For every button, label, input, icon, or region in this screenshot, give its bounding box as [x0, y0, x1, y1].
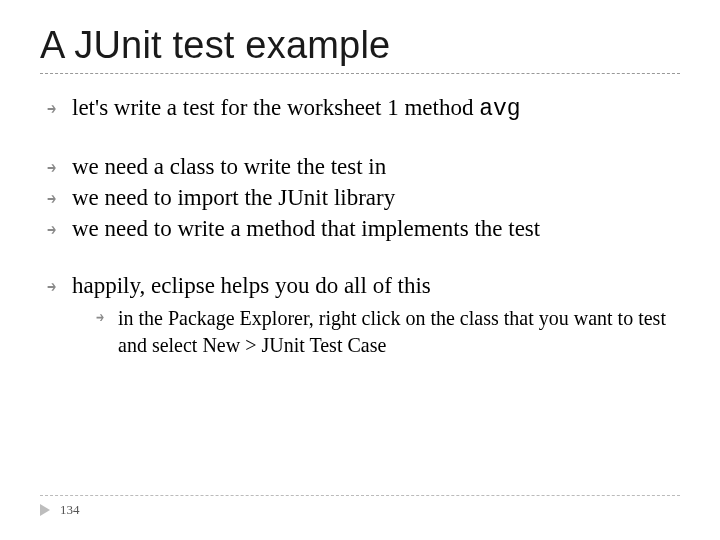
bullet-item: we need to write a method that implement…: [46, 213, 680, 244]
bullet-spacer: [46, 244, 680, 270]
bullet-item: we need a class to write the test in: [46, 151, 680, 182]
footer-divider: [40, 495, 680, 496]
bullet-text: we need a class to write the test in: [72, 154, 386, 179]
footer-row: 134: [40, 502, 680, 518]
sub-bullet-list: in the Package Explorer, right click on …: [72, 305, 680, 359]
bullet-text: in the Package Explorer, right click on …: [118, 307, 666, 356]
bullet-item: let's write a test for the worksheet 1 m…: [46, 92, 680, 125]
slide-title: A JUnit test example: [40, 24, 680, 67]
bullet-text: we need to import the JUnit library: [72, 185, 395, 210]
bullet-spacer: [46, 125, 680, 151]
title-divider: [40, 73, 680, 74]
bullet-text: let's write a test for the worksheet 1 m…: [72, 95, 479, 120]
page-number: 134: [60, 502, 80, 518]
bullet-item: we need to import the JUnit library: [46, 182, 680, 213]
bullet-text: happily, eclipse helps you do all of thi…: [72, 273, 431, 298]
play-icon: [40, 504, 50, 516]
bullet-text: we need to write a method that implement…: [72, 216, 540, 241]
sub-bullet-item: in the Package Explorer, right click on …: [94, 305, 680, 359]
code-text: avg: [479, 96, 520, 122]
bullet-item: happily, eclipse helps you do all of thi…: [46, 270, 680, 359]
slide-footer: 134: [40, 495, 680, 518]
bullet-list: let's write a test for the worksheet 1 m…: [40, 92, 680, 359]
slide: A JUnit test example let's write a test …: [0, 0, 720, 540]
